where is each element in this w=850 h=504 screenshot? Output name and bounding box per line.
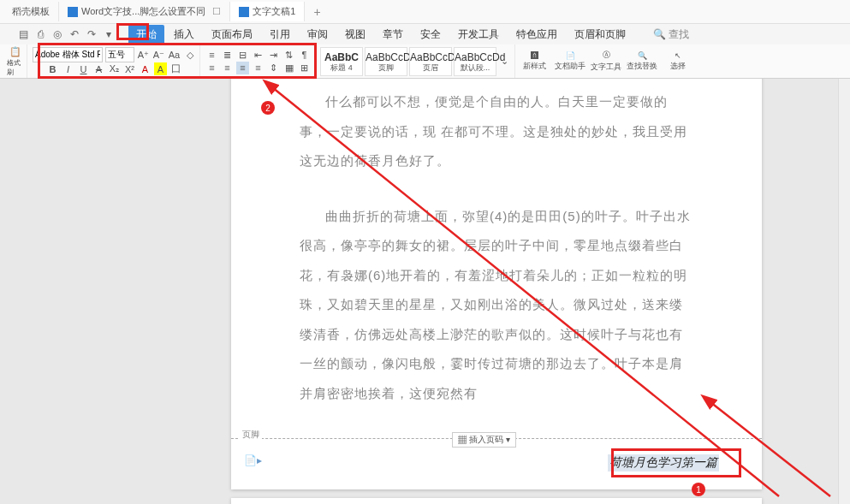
document-body[interactable]: 什么都可以不想，便觉是个自由的人。白天里一定要做的事，一定要说的话，现 在都可不… xyxy=(231,79,762,430)
save-icon[interactable]: ▤ xyxy=(17,28,29,40)
footer-section-label: 页脚 xyxy=(240,429,262,441)
menu-references[interactable]: 引用 xyxy=(262,25,298,44)
quick-access-toolbar: ▤ ⎙ ◎ ↶ ↷ ▾ xyxy=(17,28,115,40)
menu-search[interactable]: 🔍 查找 xyxy=(645,25,697,44)
paragraph: 什么都可以不想，便觉是个自由的人。白天里一定要做的事，一定要说的话，现 在都可不… xyxy=(300,87,693,176)
footer-text-content[interactable]: 荷塘月色学习第一篇 xyxy=(608,454,719,471)
line-spacing-icon[interactable]: ⇕ xyxy=(267,62,280,74)
sort-icon[interactable]: ⇅ xyxy=(282,49,295,62)
doc-helper-button[interactable]: 📄 文档助手 xyxy=(553,47,587,76)
align-right-icon[interactable]: ≡ xyxy=(236,62,249,74)
footer-area[interactable]: 页脚 ▦ 插入页码 ▾ 📄▸ 荷塘月色学习第一篇 xyxy=(231,438,762,481)
format-brush-label: 格式刷 xyxy=(7,58,23,77)
tab-document1[interactable]: 文字文稿1 xyxy=(230,2,305,21)
menu-headerfooter[interactable]: 页眉和页脚 xyxy=(567,25,633,44)
indent-left-icon[interactable]: ⇤ xyxy=(252,49,265,62)
find-icon: 🔍 xyxy=(638,51,647,60)
select-button[interactable]: ↖ 选择 xyxy=(661,47,695,76)
close-icon[interactable]: ☐ xyxy=(212,6,221,17)
word-icon xyxy=(239,7,249,17)
menu-chapters[interactable]: 章节 xyxy=(375,25,411,44)
justify-icon[interactable]: ≡ xyxy=(252,62,265,74)
shrink-font-icon[interactable]: A⁻ xyxy=(152,49,165,62)
paragraph: 曲曲折折的荷塘上面，弥望(4)的是田田(5)的叶子。叶子出水很高，像亭亭的舞女的… xyxy=(300,202,693,409)
font-color-icon[interactable]: A xyxy=(139,62,152,75)
text-tools-button[interactable]: Ⓐ 文字工具 xyxy=(589,47,623,76)
footer-settings-icon[interactable]: 📄▸ xyxy=(244,454,262,466)
menu-devtools[interactable]: 开发工具 xyxy=(450,25,507,44)
undo-icon[interactable]: ↶ xyxy=(68,28,80,40)
change-case-icon[interactable]: Aa xyxy=(168,49,181,62)
show-marks-icon[interactable]: ¶ xyxy=(298,49,311,62)
numbering-icon[interactable]: ≣ xyxy=(221,49,234,62)
menu-insert[interactable]: 插入 xyxy=(166,25,202,44)
find-replace-button[interactable]: 🔍 查找替换 xyxy=(625,47,659,76)
paste-icon[interactable]: 📋 xyxy=(9,45,21,58)
style-default[interactable]: AaBbCcDd 默认段... xyxy=(454,47,496,76)
tab-templates[interactable]: 稻壳模板 xyxy=(3,2,59,21)
menu-security[interactable]: 安全 xyxy=(413,25,449,44)
subscript-icon[interactable]: X₂ xyxy=(108,62,121,75)
vertical-scrollbar[interactable] xyxy=(838,79,850,504)
new-style-button[interactable]: 🅰 新样式 xyxy=(517,47,551,76)
document-canvas: 什么都可以不想，便觉是个自由的人。白天里一定要做的事，一定要说的话，现 在都可不… xyxy=(0,79,850,504)
page-1[interactable]: 什么都可以不想，便觉是个自由的人。白天里一定要做的事，一定要说的话，现 在都可不… xyxy=(231,79,762,489)
new-tab-button[interactable]: + xyxy=(305,2,329,22)
tab-label: Word文字技...脚怎么设置不同 xyxy=(81,5,205,18)
menubar: ▤ ⎙ ◎ ↶ ↷ ▾ 开始 插入 页面布局 引用 审阅 视图 章节 安全 开发… xyxy=(0,24,850,44)
underline-icon[interactable]: U xyxy=(77,62,90,75)
strike-icon[interactable]: A xyxy=(92,62,105,75)
page-2[interactable] xyxy=(231,498,762,504)
tab-wordtips[interactable]: Word文字技...脚怎么设置不同 ☐ xyxy=(59,2,230,21)
align-left-icon[interactable]: ≡ xyxy=(205,62,218,74)
select-icon: ↖ xyxy=(675,51,681,60)
styles-group: AaBbC 标题 4 AaBbCcDd 页脚 AaBbCcDd 页眉 AaBbC… xyxy=(317,44,515,78)
insert-pagenum-button[interactable]: ▦ 插入页码 ▾ xyxy=(452,432,516,448)
bold-icon[interactable]: B xyxy=(46,62,59,75)
superscript-icon[interactable]: X² xyxy=(123,62,136,75)
document-tabs: 稻壳模板 Word文字技...脚怎么设置不同 ☐ 文字文稿1 + xyxy=(0,0,850,24)
font-group: A⁺ A⁻ Aa ◇ B I U A X₂ X² A A 囗 xyxy=(29,44,200,78)
multilevel-icon[interactable]: ⊟ xyxy=(236,49,249,62)
style-heading4[interactable]: AaBbC 标题 4 xyxy=(320,47,363,76)
indent-right-icon[interactable]: ⇥ xyxy=(267,49,280,62)
highlight-icon[interactable]: A xyxy=(154,62,167,75)
align-center-icon[interactable]: ≡ xyxy=(221,62,234,74)
redo-icon[interactable]: ↷ xyxy=(86,28,98,40)
grow-font-icon[interactable]: A⁺ xyxy=(137,49,150,62)
new-style-icon: 🅰 xyxy=(531,51,538,60)
char-border-icon[interactable]: 囗 xyxy=(169,62,182,75)
style-header[interactable]: AaBbCcDd 页眉 xyxy=(409,47,452,76)
preview-icon[interactable]: ◎ xyxy=(51,28,63,40)
ribbon: 📋 格式刷 A⁺ A⁻ Aa ◇ B I U A X₂ X² A A 囗 ≡ ≣… xyxy=(0,44,850,79)
clear-format-icon[interactable]: ◇ xyxy=(183,49,196,62)
font-name-select[interactable] xyxy=(33,47,103,62)
tab-label: 文字文稿1 xyxy=(253,5,295,18)
menu-review[interactable]: 审阅 xyxy=(300,25,336,44)
bullets-icon[interactable]: ≡ xyxy=(205,49,218,62)
tab-label: 稻壳模板 xyxy=(12,5,50,18)
print-icon[interactable]: ⎙ xyxy=(34,28,46,40)
borders-icon[interactable]: ⊞ xyxy=(298,62,311,74)
italic-icon[interactable]: I xyxy=(62,62,74,75)
style-footer[interactable]: AaBbCcDd 页脚 xyxy=(365,47,407,76)
dropdown-icon[interactable]: ▾ xyxy=(103,28,115,40)
menu-special[interactable]: 特色应用 xyxy=(508,25,565,44)
menu-home[interactable]: 开始 xyxy=(128,25,164,44)
styles-more-icon[interactable]: ⌄ xyxy=(498,55,511,68)
shading-icon[interactable]: ▦ xyxy=(282,62,295,74)
word-icon xyxy=(68,7,78,17)
paragraph-group: ≡ ≣ ⊟ ⇤ ⇥ ⇅ ¶ ≡ ≡ ≡ ≡ ⇕ ▦ ⊞ xyxy=(202,44,315,78)
doc-helper-icon: 📄 xyxy=(566,51,575,60)
menu-view[interactable]: 视图 xyxy=(337,25,373,44)
text-tools-icon: Ⓐ xyxy=(603,50,610,61)
font-size-select[interactable] xyxy=(105,47,134,62)
menu-layout[interactable]: 页面布局 xyxy=(204,25,260,44)
clipboard-group: 📋 格式刷 xyxy=(3,44,27,78)
